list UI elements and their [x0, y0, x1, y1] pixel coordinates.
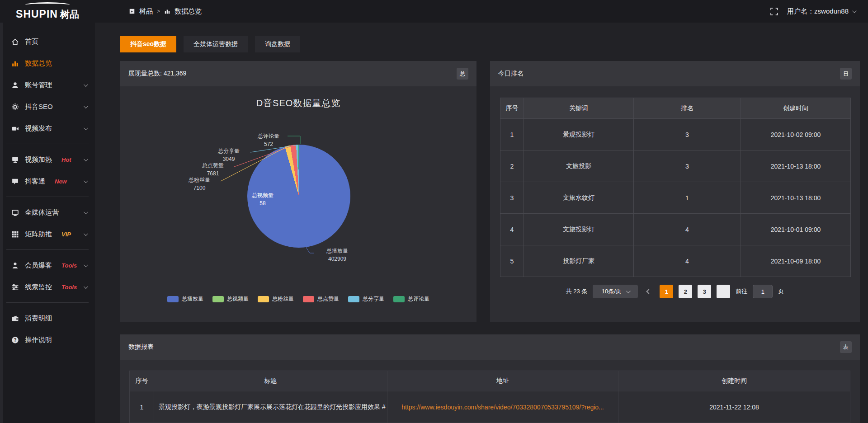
logo[interactable]: SHUPIN 树品 — [0, 0, 95, 23]
page-button-2[interactable]: 2 — [679, 285, 692, 298]
sidebar-scrollbar[interactable] — [0, 23, 3, 423]
sidebar-item-home[interactable]: 首页 — [0, 31, 95, 52]
chevron-down-icon — [852, 9, 857, 13]
legend-item[interactable]: 总播放量 — [167, 295, 203, 303]
screen-icon — [11, 155, 19, 164]
question-circle-icon: ? — [11, 336, 19, 344]
cell-keyword: 文旅投影灯 — [524, 214, 634, 245]
menu-divider — [6, 144, 89, 144]
legend-swatch — [212, 296, 224, 302]
topbar: SHUPIN 树品 树品 > 数据总览 用户名：zswodun88 — [0, 0, 868, 23]
legend-item[interactable]: 总评论量 — [393, 295, 429, 303]
sidebar-item-data-overview[interactable]: 数据总览 — [0, 52, 95, 74]
legend-swatch — [348, 296, 359, 302]
breadcrumb: 树品 > 数据总览 — [129, 7, 202, 16]
cell-no: 4 — [500, 214, 524, 245]
legend-item[interactable]: 总粉丝量 — [258, 295, 294, 303]
table-header-row: 序号 标题 地址 创建时间 — [130, 371, 850, 391]
app-square-icon — [129, 8, 135, 14]
cell-url-link[interactable]: https://www.iesdouyin.com/share/video/70… — [387, 391, 618, 423]
tab-douyin-seo-data[interactable]: 抖音seo数据 — [120, 36, 176, 52]
fullscreen-icon[interactable] — [770, 8, 778, 15]
sidebar-item-consumption-detail[interactable]: 消费明细 — [0, 307, 95, 329]
overview-total-label: 展现量总数: 421,369 — [128, 70, 186, 78]
sidebar-item-label: 抖客通 — [25, 177, 45, 186]
pie-label-plays: 总播放量 402909 — [312, 247, 362, 263]
sidebar-item-media-operation[interactable]: 全媒体运营 — [0, 202, 95, 223]
tab-label: 全媒体运营数据 — [193, 40, 238, 48]
sidebar-item-video-publish[interactable]: 视频发布 — [0, 118, 95, 139]
table-row: 2 文旅投影 3 2021-10-13 18:00 — [500, 150, 851, 182]
pie-label-name: 总分享量 — [208, 147, 249, 155]
cell-no: 2 — [500, 150, 524, 182]
table-view-button[interactable]: 表 — [840, 341, 852, 353]
report-table: 序号 标题 地址 创建时间 1 景观投影灯，夜游景观投影灯厂家展示展示落花灯在花… — [129, 371, 850, 423]
monitor-icon — [11, 208, 19, 216]
pie-label-name: 总播放量 — [312, 247, 362, 255]
col-header-created: 创建时间 — [618, 371, 850, 391]
legend-label: 总视频量 — [227, 295, 249, 303]
sidebar-item-account[interactable]: 账号管理 — [0, 74, 95, 96]
pie-label-videos: 总视频量 58 — [242, 191, 283, 207]
breadcrumb-current: 数据总览 — [175, 7, 202, 16]
jump-page-input[interactable] — [753, 285, 773, 298]
sidebar-item-label: 首页 — [25, 38, 38, 46]
svg-text:?: ? — [14, 337, 16, 342]
chevron-down-icon — [84, 179, 88, 183]
cell-created: 2021-10-01 09:00 — [741, 214, 851, 245]
tools-badge: Tools — [61, 284, 77, 291]
sidebar-item-matrix-boost[interactable]: 矩阵助推 VIP — [0, 223, 95, 245]
breadcrumb-root[interactable]: 树品 — [139, 7, 153, 16]
cell-rank: 1 — [634, 182, 741, 214]
tab-media-operation-data[interactable]: 全媒体运营数据 — [184, 36, 248, 52]
report-panel: 数据报表 表 序号 标题 地址 创建时间 1 景观投影灯，夜游景观投影灯厂家展示… — [120, 334, 860, 423]
cell-rank: 3 — [634, 119, 741, 150]
table-row: 3 文旅水纹灯 1 2021-10-13 18:00 — [500, 182, 851, 214]
pie-label-value: 402909 — [312, 255, 362, 263]
sidebar-item-instructions[interactable]: ? 操作说明 — [0, 329, 95, 351]
cell-created: 2021-10-13 18:00 — [741, 150, 851, 182]
page-size-select[interactable]: 10条/页 — [593, 285, 638, 298]
new-badge: New — [55, 178, 67, 185]
sidebar-item-video-heat[interactable]: 视频加热 Hot — [0, 149, 95, 170]
total-view-button[interactable]: 总 — [457, 68, 468, 80]
menu-divider — [6, 302, 89, 303]
sidebar-item-member-burst[interactable]: 会员爆客 Tools — [0, 254, 95, 276]
sidebar-item-douyin-seo[interactable]: 抖音SEO — [0, 96, 95, 118]
vip-badge: VIP — [61, 231, 71, 238]
chevron-down-icon — [84, 231, 88, 236]
page-button-1[interactable]: 1 — [660, 285, 673, 298]
cell-created: 2021-10-09 18:00 — [741, 245, 851, 277]
legend-item[interactable]: 总点赞量 — [303, 295, 339, 303]
overview-panel: 展现量总数: 421,369 总 D音SEO数据量总览 总评论量 572 总分享… — [120, 61, 476, 322]
legend-item[interactable]: 总视频量 — [212, 295, 249, 303]
page-size-value: 10条/页 — [602, 287, 622, 296]
day-view-button[interactable]: 日 — [840, 68, 852, 80]
table-row: 1 景观投影灯，夜游景观投影灯厂家展示展示落花灯在花园里的灯光投影应用效果 # … — [130, 391, 850, 423]
cell-no: 5 — [500, 245, 524, 277]
legend-item[interactable]: 总分享量 — [348, 295, 384, 303]
sidebar-item-label: 数据总览 — [25, 59, 52, 68]
user-menu[interactable]: 用户名：zswodun88 — [787, 7, 855, 16]
pie-label-value: 58 — [242, 199, 283, 207]
pie-label-shares: 总分享量 3049 — [208, 147, 249, 163]
page-button-3[interactable]: 3 — [698, 285, 711, 298]
cell-no: 1 — [500, 119, 524, 150]
col-header-title: 标题 — [154, 371, 387, 391]
next-page-button[interactable] — [717, 285, 730, 298]
tab-inquiry-data[interactable]: 询盘数据 — [255, 36, 300, 52]
pie-label-comments: 总评论量 572 — [250, 132, 287, 148]
cell-keyword: 文旅水纹灯 — [524, 182, 634, 214]
chart-title: D音SEO数据量总览 — [120, 97, 476, 109]
pie-label-name: 总点赞量 — [193, 161, 233, 169]
jump-label: 前往 — [736, 287, 747, 296]
prev-page-button[interactable] — [643, 285, 654, 298]
col-header-rank: 排名 — [634, 98, 741, 119]
legend-label: 总评论量 — [408, 295, 429, 303]
ranking-title: 今日排名 — [498, 70, 524, 78]
sidebar-item-lead-monitor[interactable]: 线索监控 Tools — [0, 276, 95, 298]
sidebar-item-douketong[interactable]: 抖客通 New — [0, 170, 95, 192]
cell-rank: 4 — [634, 214, 741, 245]
sidebar-item-label: 抖音SEO — [25, 103, 53, 111]
cell-rank: 4 — [634, 245, 741, 277]
